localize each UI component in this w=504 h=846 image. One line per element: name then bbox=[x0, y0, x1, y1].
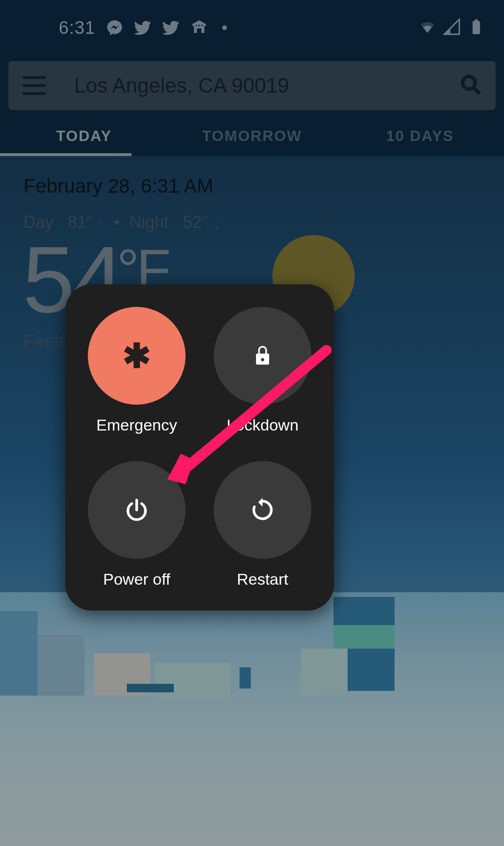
lockdown-button[interactable] bbox=[214, 307, 311, 405]
power-off-label: Power off bbox=[103, 570, 170, 588]
power-menu-item-power-off: Power off bbox=[86, 461, 187, 592]
restart-icon bbox=[249, 497, 276, 523]
power-menu: ✱ Emergency Lockdown Power off Restart bbox=[65, 284, 334, 611]
power-menu-item-lockdown: Lockdown bbox=[212, 307, 313, 438]
power-menu-item-emergency: ✱ Emergency bbox=[86, 307, 187, 438]
power-off-button[interactable] bbox=[88, 461, 186, 559]
restart-button[interactable] bbox=[214, 461, 311, 559]
restart-label: Restart bbox=[237, 570, 288, 588]
lockdown-label: Lockdown bbox=[226, 416, 298, 434]
lock-icon bbox=[249, 343, 276, 369]
power-icon bbox=[124, 497, 150, 523]
power-menu-item-restart: Restart bbox=[212, 461, 313, 592]
emergency-button[interactable]: ✱ bbox=[88, 307, 186, 405]
emergency-label: Emergency bbox=[96, 416, 177, 434]
emergency-asterisk-icon: ✱ bbox=[123, 339, 151, 373]
